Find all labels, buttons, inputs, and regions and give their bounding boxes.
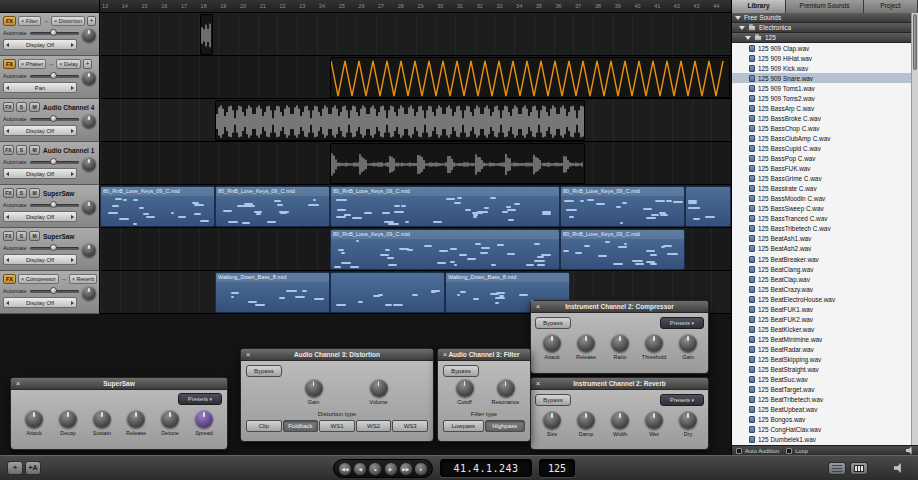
knob-dial[interactable] bbox=[161, 410, 179, 428]
library-file[interactable]: 125 BassTribetech C.wav bbox=[732, 224, 911, 234]
knob-dial[interactable] bbox=[679, 411, 697, 429]
clip-sine[interactable] bbox=[330, 57, 730, 98]
knob-dial[interactable] bbox=[611, 411, 629, 429]
fx-chip[interactable]: Compressor bbox=[18, 274, 59, 284]
display-dropdown[interactable]: Display Off bbox=[3, 297, 77, 308]
knob-release[interactable]: Release bbox=[119, 410, 153, 436]
knob-sustain[interactable]: Sustain bbox=[85, 410, 119, 436]
knob-volume[interactable]: Volume bbox=[346, 379, 411, 405]
track-knob[interactable] bbox=[82, 114, 96, 128]
track-m-button[interactable]: M bbox=[29, 231, 40, 241]
bypass-button[interactable]: Bypass bbox=[535, 394, 571, 406]
knob-detune[interactable]: Detune bbox=[153, 410, 187, 436]
type-button-ws2[interactable]: WS2 bbox=[356, 420, 392, 432]
transport-skip-start-button[interactable]: ◀◀ bbox=[338, 462, 352, 476]
clip-wavestrip[interactable] bbox=[200, 14, 213, 55]
knob-dial[interactable] bbox=[456, 379, 474, 397]
slider-thumb[interactable] bbox=[50, 72, 57, 79]
window-titlebar[interactable]: Audio Channel 3: Filter bbox=[438, 349, 530, 361]
spinner-right-icon[interactable] bbox=[71, 86, 74, 90]
fx-chip[interactable]: Filter bbox=[18, 16, 41, 26]
display-dropdown[interactable]: Display Off bbox=[3, 168, 77, 179]
library-file[interactable]: 125 BeatAsh2.wav bbox=[732, 244, 911, 254]
track-s-button[interactable]: S bbox=[16, 188, 27, 198]
track-knob[interactable] bbox=[82, 28, 96, 42]
library-file[interactable]: 125 BassPop C.wav bbox=[732, 154, 911, 164]
library-file[interactable]: 125 CongHatClav.wav bbox=[732, 425, 911, 435]
library-file[interactable]: 125 BeatBreaker.wav bbox=[732, 254, 911, 264]
slider-thumb[interactable] bbox=[50, 115, 57, 122]
close-icon[interactable] bbox=[14, 379, 22, 389]
library-tab-project[interactable]: Project bbox=[864, 0, 918, 13]
bypass-button[interactable]: Bypass bbox=[443, 365, 479, 377]
knob-dial[interactable] bbox=[611, 334, 629, 352]
library-file[interactable]: 125 BeatClap.wav bbox=[732, 274, 911, 284]
knob-width[interactable]: Width bbox=[603, 411, 637, 437]
add-automation-button[interactable]: +A bbox=[25, 461, 41, 475]
close-icon[interactable] bbox=[441, 350, 449, 360]
knob-dial[interactable] bbox=[195, 410, 213, 428]
library-file[interactable]: 125 909 Kick.wav bbox=[732, 63, 911, 73]
clip-midi[interactable]: 80_RnB_Love_Keys_09_C.mid bbox=[215, 186, 330, 227]
window-titlebar[interactable]: Instrument Channel 2: Compressor bbox=[531, 301, 708, 313]
spinner-right-icon[interactable] bbox=[71, 258, 74, 262]
knob-gain[interactable]: Gain bbox=[281, 379, 346, 405]
slider-thumb[interactable] bbox=[50, 158, 57, 165]
knob-dial[interactable] bbox=[59, 410, 77, 428]
library-file[interactable]: 125 BeatClang.wav bbox=[732, 264, 911, 274]
library-file[interactable]: 125 BeatAsh1.wav bbox=[732, 234, 911, 244]
knob-dial[interactable] bbox=[577, 334, 595, 352]
library-file[interactable]: 125 Dumbelek1.wav bbox=[732, 435, 911, 445]
track-lane[interactable] bbox=[100, 13, 731, 56]
spinner-right-icon[interactable] bbox=[71, 43, 74, 47]
knob-ratio[interactable]: Ratio bbox=[603, 334, 637, 360]
scrollbar-thumb[interactable] bbox=[913, 14, 917, 70]
library-file[interactable]: 125 909 Snare.wav bbox=[732, 73, 911, 83]
library-tab-library[interactable]: Library bbox=[732, 0, 786, 13]
knob-spread[interactable]: Spread bbox=[187, 410, 221, 436]
track-knob[interactable] bbox=[82, 200, 96, 214]
display-dropdown[interactable]: Pan bbox=[3, 82, 77, 93]
type-button-ws3[interactable]: WS3 bbox=[392, 420, 428, 432]
slider-thumb[interactable] bbox=[50, 244, 57, 251]
library-file[interactable]: 125 BeatCrazy.wav bbox=[732, 284, 911, 294]
automation-slider[interactable] bbox=[30, 75, 79, 78]
library-file[interactable]: 125 BassClubAmp C.wav bbox=[732, 133, 911, 143]
library-file[interactable]: 125 909 HiHat.wav bbox=[732, 53, 911, 63]
track-s-button[interactable]: S bbox=[16, 231, 27, 241]
transport-stop-button[interactable]: ▲ bbox=[368, 462, 382, 476]
slider-thumb[interactable] bbox=[50, 29, 57, 36]
transport-record-button[interactable]: ● bbox=[414, 462, 428, 476]
clip-midi[interactable]: 80_RnB_Love_Keys_09_C.mid bbox=[330, 186, 560, 227]
clip-midi[interactable]: 80_RnB_Love_Keys_09_C.mid bbox=[330, 229, 560, 270]
library-file[interactable]: 125 BassTranced C.wav bbox=[732, 214, 911, 224]
automation-slider[interactable] bbox=[30, 247, 79, 250]
knob-dial[interactable] bbox=[645, 334, 663, 352]
auto-audition-checkbox[interactable] bbox=[736, 448, 742, 454]
library-file[interactable]: 125 BeatSuc.wav bbox=[732, 375, 911, 385]
display-dropdown[interactable]: Display Off bbox=[3, 125, 77, 136]
track-lane[interactable]: 80_RnB_Love_Keys_09_C.mid80_RnB_Love_Key… bbox=[100, 228, 731, 271]
expand-arrow-icon[interactable] bbox=[745, 36, 751, 40]
knob-dial[interactable] bbox=[543, 334, 561, 352]
tree-folder[interactable]: 125 bbox=[732, 33, 911, 43]
type-button-foldback[interactable]: Foldback bbox=[283, 420, 319, 432]
fx-badge[interactable]: FX bbox=[3, 274, 16, 284]
clip-midibass[interactable] bbox=[330, 272, 445, 313]
library-file[interactable]: 125 BassGrime C.wav bbox=[732, 174, 911, 184]
bypass-button[interactable]: Bypass bbox=[246, 365, 282, 377]
window-titlebar[interactable]: SuperSaw bbox=[11, 378, 227, 390]
automation-slider[interactable] bbox=[30, 290, 79, 293]
knob-gain[interactable]: Gain bbox=[671, 334, 705, 360]
track-s-button[interactable]: S bbox=[16, 145, 27, 155]
track-m-button[interactable]: M bbox=[29, 188, 40, 198]
track-fx-button[interactable]: FX bbox=[3, 145, 14, 155]
library-file[interactable]: 125 BassFUK.wav bbox=[732, 164, 911, 174]
library-file[interactable]: 125 BeatFUK2.wav bbox=[732, 314, 911, 324]
library-file[interactable]: 125 909 Toms2.wav bbox=[732, 93, 911, 103]
add-effect-button[interactable]: + bbox=[83, 59, 92, 69]
master-volume-icon[interactable] bbox=[894, 463, 905, 473]
spinner-right-icon[interactable] bbox=[71, 129, 74, 133]
knob-attack[interactable]: Attack bbox=[535, 334, 569, 360]
library-file[interactable]: 125 BassChop C.wav bbox=[732, 123, 911, 133]
